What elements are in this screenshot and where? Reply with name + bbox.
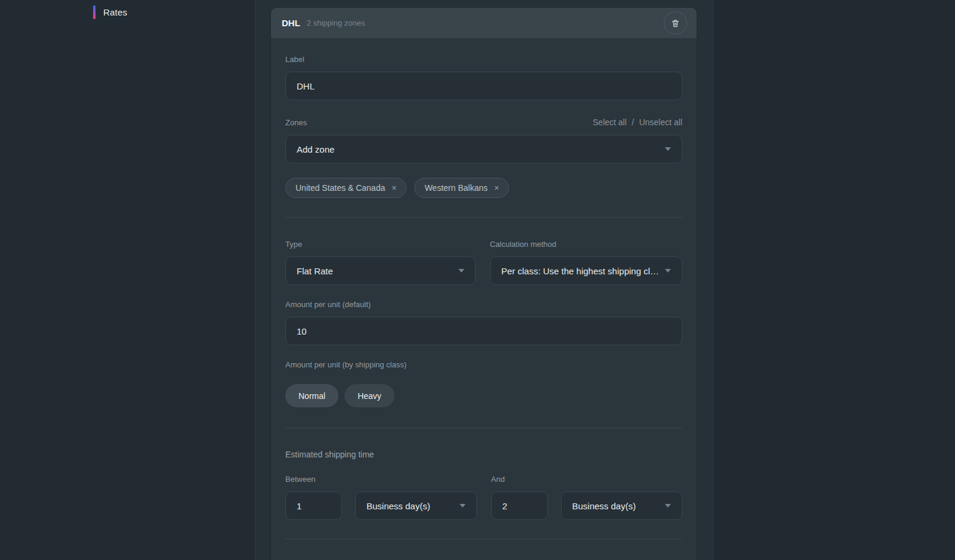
chevron-down-icon bbox=[665, 504, 671, 508]
card-header: DHL 2 shipping zones bbox=[271, 8, 697, 38]
trash-icon bbox=[671, 18, 680, 28]
add-zone-select-value: Add zone bbox=[297, 144, 334, 154]
content-column: DHL 2 shipping zones Label Zones bbox=[255, 0, 713, 560]
zone-chip-label: United States & Canada bbox=[295, 183, 385, 193]
label-field-label: Label bbox=[285, 55, 682, 64]
card-body: Label Zones Select all / Unselect all Ad… bbox=[271, 38, 697, 553]
label-input[interactable] bbox=[285, 72, 682, 100]
calculation-method-select[interactable]: Per class: Use the highest shipping cl… bbox=[490, 256, 682, 285]
and-unit-value: Business day(s) bbox=[572, 501, 636, 511]
zone-chip-label: Western Balkans bbox=[424, 183, 488, 193]
card-title: DHL bbox=[282, 18, 300, 28]
zone-chip[interactable]: Western Balkans × bbox=[414, 178, 509, 198]
zones-bulk-actions: Select all / Unselect all bbox=[593, 117, 682, 128]
type-label: Type bbox=[285, 240, 476, 249]
shipping-class-pill-heavy[interactable]: Heavy bbox=[344, 384, 395, 407]
chevron-down-icon bbox=[460, 504, 466, 508]
and-value-input[interactable] bbox=[491, 491, 548, 520]
delete-method-button[interactable] bbox=[664, 11, 687, 35]
unselect-all-link[interactable]: Unselect all bbox=[639, 117, 682, 127]
chevron-down-icon bbox=[665, 147, 671, 151]
shipping-method-card: DHL 2 shipping zones Label Zones bbox=[271, 8, 697, 560]
chevron-down-icon bbox=[665, 269, 671, 273]
divider bbox=[285, 217, 682, 218]
calculation-method-select-value: Per class: Use the highest shipping cl… bbox=[501, 266, 659, 276]
card-subtitle: 2 shipping zones bbox=[307, 18, 365, 27]
chevron-down-icon bbox=[458, 269, 464, 273]
type-select[interactable]: Flat Rate bbox=[285, 256, 476, 285]
select-all-link[interactable]: Select all bbox=[593, 117, 627, 127]
left-sidebar: Rates bbox=[0, 0, 255, 560]
sidebar-item-rates[interactable]: Rates bbox=[93, 5, 255, 19]
add-zone-select[interactable]: Add zone bbox=[285, 135, 682, 163]
amount-default-label: Amount per unit (default) bbox=[285, 300, 682, 310]
zone-chips: United States & Canada × Western Balkans… bbox=[285, 178, 682, 198]
shipping-class-pills: Normal Heavy bbox=[285, 384, 682, 407]
between-value-input[interactable] bbox=[285, 491, 342, 520]
bulk-actions-separator: / bbox=[631, 117, 634, 127]
remove-zone-icon[interactable]: × bbox=[494, 183, 499, 193]
right-panel bbox=[713, 0, 955, 560]
between-label: Between bbox=[285, 475, 477, 484]
active-accent-bar bbox=[93, 5, 96, 19]
calculation-method-label: Calculation method bbox=[490, 240, 682, 249]
shipping-class-pill-normal[interactable]: Normal bbox=[285, 384, 338, 407]
estimated-shipping-time-title: Estimated shipping time bbox=[285, 450, 682, 459]
divider bbox=[285, 539, 682, 539]
zones-label: Zones bbox=[285, 118, 307, 128]
sidebar-item-label: Rates bbox=[103, 7, 127, 17]
and-unit-select[interactable]: Business day(s) bbox=[561, 491, 683, 520]
amount-by-class-label: Amount per unit (by shipping class) bbox=[285, 360, 682, 370]
divider bbox=[285, 428, 682, 428]
remove-zone-icon[interactable]: × bbox=[392, 183, 396, 193]
and-label: And bbox=[491, 475, 683, 484]
between-unit-value: Business day(s) bbox=[366, 501, 430, 511]
type-select-value: Flat Rate bbox=[297, 266, 333, 276]
amount-default-input[interactable] bbox=[285, 317, 682, 345]
between-unit-select[interactable]: Business day(s) bbox=[355, 491, 477, 520]
zone-chip[interactable]: United States & Canada × bbox=[285, 178, 406, 198]
